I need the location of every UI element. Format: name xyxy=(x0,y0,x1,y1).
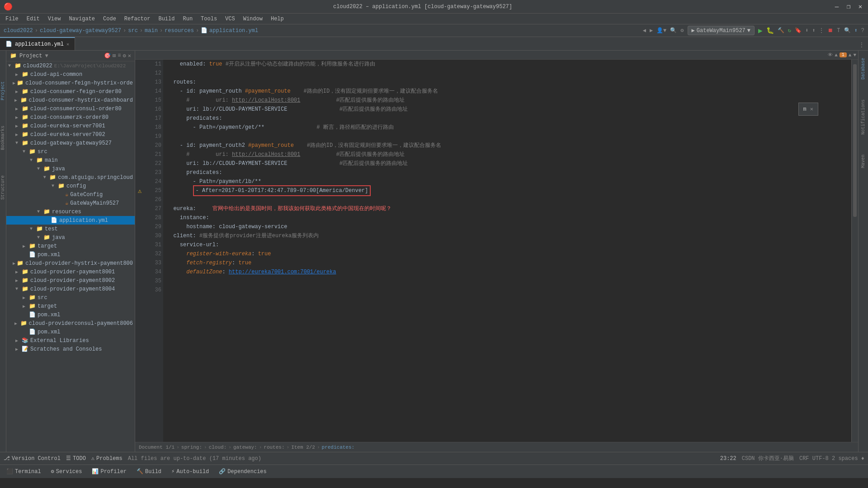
tree-api-common[interactable]: ▶ 📁 cloud-api-common xyxy=(6,70,135,79)
sidebar-locate-btn[interactable]: 🎯 xyxy=(104,52,111,59)
tree-consumerconsul[interactable]: ▶ 📁 cloud-consumerconsul-order80 xyxy=(6,104,135,113)
build-btn-toolbar[interactable]: 🔨 xyxy=(778,27,784,34)
tree-consumer-feign-hystrix[interactable]: ▶ 📁 cloud-consumer-feign-hystrix-orde xyxy=(6,79,135,87)
tab-application-yml[interactable]: 📄 application.yml ✕ xyxy=(0,37,75,50)
problems-btn[interactable]: ⚠ Problems xyxy=(91,455,123,462)
vtab-notifications[interactable]: Notifications xyxy=(860,96,867,138)
close-button[interactable]: ✕ xyxy=(856,3,864,11)
code-content[interactable]: enabled: true #开启从注册中心动态创建路由的功能，利用微服务名进行… xyxy=(163,60,851,442)
dependencies-btn[interactable]: 🔗 Dependencies xyxy=(214,467,271,476)
tree-consumer-feign-order[interactable]: ▶ 📁 cloud-consumer-feign-order80 xyxy=(6,87,135,96)
tree-hystrix-payment[interactable]: ▶ 📁 cloud-provider-hystrix-payment800 xyxy=(6,259,135,267)
tree-gateconfig[interactable]: ▶ ☕ GateConfig xyxy=(6,190,135,199)
nav-back-btn[interactable]: ◀ xyxy=(643,27,646,34)
vtab-maven[interactable]: Maven xyxy=(860,151,867,172)
git-update-btn[interactable]: ⬇ xyxy=(805,27,808,34)
tree-application-yml[interactable]: ▶ 📄 application.yml xyxy=(6,216,135,225)
build-btn-bottom[interactable]: 🔨 Build xyxy=(132,467,166,476)
tree-pom2[interactable]: ▶ 📄 pom.xml xyxy=(6,328,135,336)
breadcrumb-src[interactable]: src xyxy=(128,28,138,34)
tree-cloud2022[interactable]: ▼ 📁 cloud2022 E:\JavaProject\cloud2022 xyxy=(6,61,135,70)
auto-build-btn[interactable]: ⚡ Auto-build xyxy=(167,467,213,476)
tree-payment8001[interactable]: ▶ 📁 cloud-provider-payment8001 xyxy=(6,267,135,276)
profiler-btn[interactable]: 📊 Profiler xyxy=(87,467,131,476)
settings-btn[interactable]: ⚙ xyxy=(680,27,684,34)
tree-test-java[interactable]: ▼ 📁 java xyxy=(6,233,135,242)
update-btn[interactable]: ⬆ xyxy=(854,27,858,34)
tree-payment8004-pom[interactable]: ▶ 📄 pom.xml xyxy=(6,310,135,319)
vtab-bookmarks[interactable]: Bookmarks xyxy=(0,122,6,154)
run-btn[interactable]: ▶ xyxy=(758,26,763,35)
tree-java[interactable]: ▼ 📁 java xyxy=(6,164,135,173)
sidebar-collapse-btn[interactable]: ⊞ xyxy=(113,52,116,59)
sidebar-close-btn[interactable]: ✕ xyxy=(128,52,131,59)
tree-external-libs[interactable]: ▶ 📚 External Libraries xyxy=(6,336,135,345)
menu-navigate[interactable]: Navigate xyxy=(65,15,99,23)
sidebar-dropdown[interactable]: ▼ xyxy=(45,53,48,59)
vtab-project[interactable]: Project xyxy=(0,78,6,104)
tab-settings-btn[interactable]: ⋮ xyxy=(855,40,868,50)
menu-help[interactable]: Help xyxy=(267,15,288,23)
tree-springcloud[interactable]: ▼ 📁 com.atguigu.springcloud xyxy=(6,173,135,182)
sidebar-settings-btn[interactable]: ⚙ xyxy=(123,52,126,59)
menu-vcs[interactable]: VCS xyxy=(222,15,239,23)
breadcrumb-cloud2022[interactable]: cloud2022 xyxy=(4,28,33,34)
sidebar-sort-btn[interactable]: ≡ xyxy=(118,52,121,59)
nav-forward-btn[interactable]: ▶ xyxy=(650,27,653,34)
debug-btn[interactable]: 🐛 xyxy=(766,27,774,34)
search-btn[interactable]: 🔍 xyxy=(670,27,677,34)
vc-btn[interactable]: ⎇ Version Control xyxy=(4,455,61,462)
menu-code[interactable]: Code xyxy=(99,15,120,23)
profile-btn[interactable]: 👤▼ xyxy=(656,27,666,34)
tree-gateway[interactable]: ▼ 📁 cloud-gateway-gateway9527 xyxy=(6,139,135,147)
editor-area[interactable]: ⚠ 11 12 13 xyxy=(135,60,858,442)
tree-eureka7001[interactable]: ▶ 📁 cloud-eureka-server7001 xyxy=(6,122,135,130)
tab-close-btn[interactable]: ✕ xyxy=(66,42,69,47)
global-search-btn[interactable]: 🔍 xyxy=(844,27,851,34)
todo-btn[interactable]: ☰ TODO xyxy=(66,455,86,462)
tree-scratches[interactable]: ▶ 📝 Scratches and Consoles xyxy=(6,345,135,353)
vtab-structure[interactable]: Structure xyxy=(0,172,6,203)
minimize-button[interactable]: — xyxy=(833,3,841,11)
tree-pom[interactable]: ▶ 📄 pom.xml xyxy=(6,250,135,259)
menu-edit[interactable]: Edit xyxy=(23,15,43,23)
bookmark-btn[interactable]: 🔖 xyxy=(795,27,802,34)
tree-resources[interactable]: ▼ 📁 resources xyxy=(6,207,135,216)
tree-consumer-hystrix[interactable]: ▶ 📁 cloud-consumer-hystrix-dashboard xyxy=(6,96,135,104)
help-btn[interactable]: ? xyxy=(861,28,864,34)
breadcrumb-file[interactable]: application.yml xyxy=(209,28,258,34)
editor-scroll-area[interactable]: ⚠ 11 12 13 xyxy=(135,60,858,442)
annotation-up-btn[interactable]: ▲ xyxy=(849,52,852,58)
menu-file[interactable]: File xyxy=(2,15,22,23)
stop-btn[interactable]: ⏹ xyxy=(828,27,833,34)
menu-window[interactable]: Window xyxy=(240,15,266,23)
tree-main[interactable]: ▼ 📁 main xyxy=(6,156,135,164)
translate-btn[interactable]: T xyxy=(837,28,840,34)
tree-config[interactable]: ▼ 📁 config xyxy=(6,182,135,190)
menu-refactor[interactable]: Refactor xyxy=(121,15,154,23)
sync-btn[interactable]: ↻ xyxy=(788,27,791,34)
vtab-database[interactable]: Database xyxy=(860,54,867,83)
menu-tools[interactable]: Tools xyxy=(197,15,221,23)
tree-gatewaymain[interactable]: ▶ ☕ GateWayMain9527 xyxy=(6,199,135,207)
more-btn[interactable]: ⋮ xyxy=(819,27,824,34)
menu-build[interactable]: Build xyxy=(155,15,178,23)
breadcrumb-main[interactable]: main xyxy=(145,28,158,34)
annotation-eye-btn[interactable]: 👁 xyxy=(828,52,833,58)
breadcrumb-resources[interactable]: resources xyxy=(165,28,194,34)
git-push-btn[interactable]: ⬆ xyxy=(812,27,815,34)
tree-test[interactable]: ▼ 📁 test xyxy=(6,225,135,233)
services-btn[interactable]: ⚙ Services xyxy=(47,467,87,476)
breadcrumb-gateway[interactable]: cloud-gateway-gateway9527 xyxy=(40,28,121,34)
annotation-down-btn[interactable]: ▼ xyxy=(853,52,856,58)
mini-popup-close-btn[interactable]: ✕ xyxy=(810,106,813,113)
menu-run[interactable]: Run xyxy=(179,15,196,23)
run-config-selector[interactable]: ▶ GateWayMain9527 ▼ xyxy=(688,26,755,35)
tree-src[interactable]: ▼ 📁 src xyxy=(6,147,135,156)
tree-payment8004-target[interactable]: ▶ 📁 target xyxy=(6,302,135,310)
tree-target[interactable]: ▶ 📁 target xyxy=(6,242,135,250)
tree-payment8004-src[interactable]: ▶ 📁 src xyxy=(6,293,135,302)
terminal-btn[interactable]: ⬛ Terminal xyxy=(2,467,46,476)
menu-view[interactable]: View xyxy=(44,15,65,23)
tree-payment8002[interactable]: ▶ 📁 cloud-provider-payment8002 xyxy=(6,276,135,285)
